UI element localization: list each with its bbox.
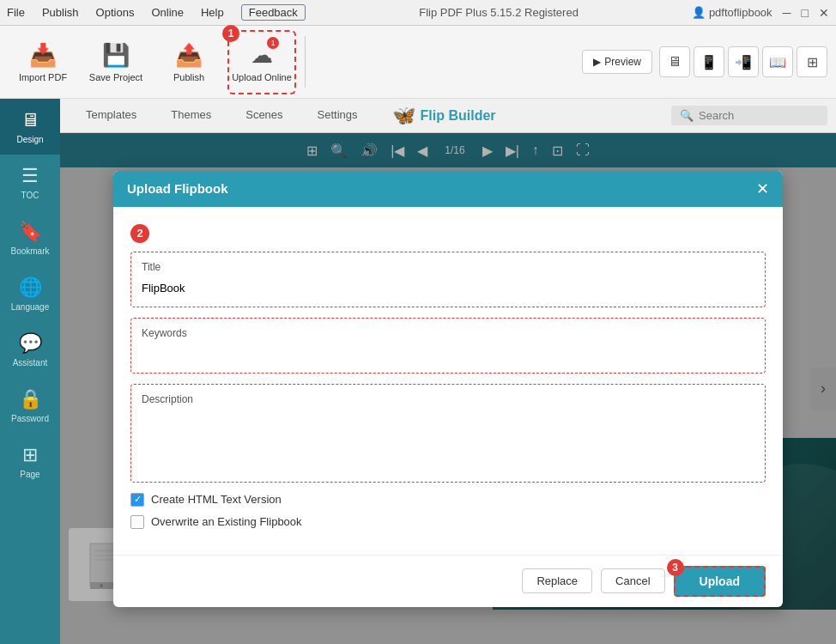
overwrite-label: Overwrite an Existing Flipbook bbox=[151, 515, 302, 528]
preview-label: Preview bbox=[604, 56, 641, 68]
description-label: Description bbox=[142, 393, 754, 405]
title-label: Title bbox=[142, 261, 754, 273]
search-icon: 🔍 bbox=[680, 109, 694, 122]
sidebar-item-password[interactable]: 🔒 Password bbox=[0, 378, 60, 434]
keywords-input[interactable] bbox=[142, 344, 754, 364]
sidebar-language-label: Language bbox=[11, 302, 50, 312]
search-input[interactable] bbox=[699, 109, 819, 122]
view-icons: 🖥 📱 📲 📖 ⊞ bbox=[659, 46, 827, 77]
publish-label: Publish bbox=[173, 72, 204, 82]
upload-button-label: Upload bbox=[700, 574, 740, 588]
create-html-row: ✓ Create HTML Text Version bbox=[130, 493, 766, 507]
app-title: Flip PDF Plus 5.15.2 Registered bbox=[419, 6, 579, 19]
save-project-button[interactable]: 💾 Save Project bbox=[82, 30, 150, 94]
step3-badge: 3 bbox=[667, 559, 684, 576]
sidebar: 🖥 Design ☰ TOC 🔖 Bookmark 🌐 Language 💬 A… bbox=[0, 99, 60, 644]
overwrite-checkbox[interactable] bbox=[130, 515, 144, 529]
minimize-button[interactable]: ─ bbox=[783, 6, 791, 20]
upload-online-label: Upload Online bbox=[232, 72, 292, 82]
import-pdf-button[interactable]: 📥 Import PDF bbox=[9, 30, 77, 94]
mobile-view-button[interactable]: 📲 bbox=[728, 46, 759, 77]
flip-builder-text: Flip Builder bbox=[421, 108, 496, 124]
close-button[interactable]: ✕ bbox=[819, 6, 829, 20]
step1-badge: 1 bbox=[222, 25, 239, 42]
sidebar-item-bookmark[interactable]: 🔖 Bookmark bbox=[0, 210, 60, 266]
search-bar[interactable]: 🔍 bbox=[671, 106, 827, 125]
sidebar-toc-label: TOC bbox=[21, 191, 39, 200]
toc-icon: ☰ bbox=[21, 165, 39, 187]
sidebar-assistant-label: Assistant bbox=[13, 358, 48, 368]
flip-builder-logo: 🦋 Flip Builder bbox=[392, 105, 496, 127]
title-bar-right: 👤 pdftoflipbook ─ □ ✕ bbox=[692, 6, 829, 20]
title-bar: File Publish Options Online Help Feedbac… bbox=[0, 0, 836, 26]
create-html-label: Create HTML Text Version bbox=[151, 493, 282, 506]
save-project-label: Save Project bbox=[89, 72, 142, 82]
desktop-view-button[interactable]: 🖥 bbox=[659, 46, 690, 77]
keywords-form-group: Keywords bbox=[130, 318, 766, 374]
modal-footer: Replace Cancel 3 Upload bbox=[113, 555, 783, 607]
upload-online-button[interactable]: 1 1 ☁ Upload Online bbox=[227, 30, 296, 94]
password-icon: 🔒 bbox=[19, 388, 42, 410]
tab-settings[interactable]: Settings bbox=[300, 99, 375, 133]
publish-icon: 📤 bbox=[175, 42, 203, 69]
bookmark-icon: 🔖 bbox=[19, 221, 42, 243]
step2-badge: 2 bbox=[130, 224, 149, 243]
menu-options[interactable]: Options bbox=[96, 6, 135, 19]
assistant-icon: 💬 bbox=[19, 332, 42, 355]
menu-file[interactable]: File bbox=[7, 6, 25, 19]
tab-themes[interactable]: Themes bbox=[154, 99, 228, 133]
create-html-checkbox[interactable]: ✓ bbox=[130, 493, 144, 507]
preview-icon: ▶ bbox=[593, 56, 601, 68]
overwrite-row: Overwrite an Existing Flipbook bbox=[130, 515, 766, 529]
replace-button[interactable]: Replace bbox=[522, 568, 592, 593]
spread-view-button[interactable]: ⊞ bbox=[797, 46, 827, 77]
preview-area: ▶ Preview 🖥 📱 📲 📖 ⊞ bbox=[582, 46, 827, 77]
tablet-view-button[interactable]: 📱 bbox=[694, 46, 724, 77]
page-icon: ⊞ bbox=[22, 444, 38, 466]
sidebar-item-page[interactable]: ⊞ Page bbox=[0, 434, 60, 489]
modal-header: Upload Flipbook ✕ bbox=[113, 171, 783, 207]
user-label: 👤 pdftoflipbook bbox=[692, 6, 772, 19]
menu-online[interactable]: Online bbox=[151, 6, 184, 19]
sidebar-bookmark-label: Bookmark bbox=[10, 246, 49, 256]
publish-button[interactable]: 📤 Publish bbox=[154, 30, 223, 94]
maximize-button[interactable]: □ bbox=[802, 6, 809, 20]
modal-body: 2 Title Keywords Desc bbox=[113, 207, 783, 555]
sidebar-item-assistant[interactable]: 💬 Assistant bbox=[0, 322, 60, 378]
sidebar-design-label: Design bbox=[16, 135, 43, 144]
sidebar-item-toc[interactable]: ☰ TOC bbox=[0, 155, 60, 210]
import-pdf-label: Import PDF bbox=[19, 72, 67, 82]
tab-templates[interactable]: Templates bbox=[69, 99, 154, 133]
content-area: Templates Themes Scenes Settings 🦋 Flip … bbox=[60, 99, 836, 644]
language-icon: 🌐 bbox=[19, 276, 42, 299]
keywords-label: Keywords bbox=[142, 327, 754, 339]
sidebar-page-label: Page bbox=[20, 470, 39, 479]
book-view-button[interactable]: 📖 bbox=[762, 46, 793, 77]
flip-logo-icon: 🦋 bbox=[392, 105, 415, 127]
tab-bar: Templates Themes Scenes Settings 🦋 Flip … bbox=[60, 99, 836, 133]
modal-title: Upload Flipbook bbox=[127, 181, 228, 196]
upload-button[interactable]: 3 Upload bbox=[674, 566, 766, 597]
sidebar-item-language[interactable]: 🌐 Language bbox=[0, 266, 60, 322]
check-icon: ✓ bbox=[134, 494, 142, 505]
sidebar-item-design[interactable]: 🖥 Design bbox=[0, 99, 60, 155]
title-form-group: Title bbox=[130, 252, 766, 307]
menu-help[interactable]: Help bbox=[201, 6, 224, 19]
sidebar-password-label: Password bbox=[11, 414, 49, 423]
upload-badge: 1 bbox=[267, 37, 279, 49]
title-bar-left: File Publish Options Online Help Feedbac… bbox=[7, 4, 306, 21]
feedback-button[interactable]: Feedback bbox=[241, 4, 306, 21]
description-form-group: Description bbox=[130, 384, 766, 483]
modal-close-button[interactable]: ✕ bbox=[756, 181, 769, 197]
description-textarea[interactable] bbox=[142, 410, 754, 471]
preview-button[interactable]: ▶ Preview bbox=[582, 50, 652, 74]
menu-publish[interactable]: Publish bbox=[42, 6, 79, 19]
import-pdf-icon: 📥 bbox=[29, 42, 57, 69]
toolbar: 📥 Import PDF 💾 Save Project 📤 Publish 1 … bbox=[0, 26, 836, 99]
title-input[interactable] bbox=[142, 278, 754, 298]
page-content: Facile bbox=[60, 133, 836, 644]
main-area: 🖥 Design ☰ TOC 🔖 Bookmark 🌐 Language 💬 A… bbox=[0, 99, 836, 644]
cancel-button[interactable]: Cancel bbox=[601, 568, 664, 593]
tab-scenes[interactable]: Scenes bbox=[228, 99, 300, 133]
design-icon: 🖥 bbox=[21, 109, 39, 131]
